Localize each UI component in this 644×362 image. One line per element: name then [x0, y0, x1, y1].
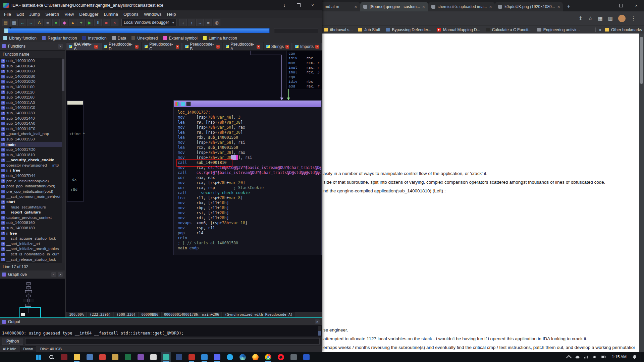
taskbar-ida[interactable]	[161, 352, 171, 362]
taskbar-photos[interactable]	[110, 352, 120, 362]
taskbar-edge[interactable]	[237, 352, 248, 362]
show-desktop-button[interactable]	[641, 352, 643, 362]
function-row[interactable]: fsub_1400017D0	[0, 147, 65, 153]
function-row[interactable]: f_guard_check_icall_nop	[0, 131, 65, 137]
close-button[interactable]: ×	[307, 1, 318, 10]
restore-button[interactable]	[613, 0, 629, 11]
minimize-button[interactable]: –	[598, 0, 613, 11]
function-row[interactable]: f__scrt_release_startup_lock	[0, 257, 65, 262]
browser-scrollbar[interactable]	[639, 34, 644, 352]
snapshot-icon[interactable]: ◎	[213, 19, 220, 26]
menu-lumina[interactable]: Lumina	[101, 12, 121, 17]
bookmark-item[interactable]: ithdrawal s...	[324, 27, 353, 32]
close-tab-icon[interactable]: ×	[422, 4, 425, 9]
taskbar-telegram[interactable]	[225, 352, 235, 362]
menu-dots-icon[interactable]: ⋮	[631, 15, 636, 21]
function-row[interactable]: f__scrt_initialize_onexit_tables	[0, 246, 65, 252]
function-row[interactable]: fsub_140001040	[0, 64, 65, 69]
block-title-bar[interactable]	[174, 101, 321, 107]
function-row[interactable]: f__scrt_acquire_startup_lock	[0, 236, 65, 241]
function-row[interactable]: fj_j_free	[0, 168, 65, 173]
navigation-band[interactable]	[0, 27, 322, 34]
menu-help[interactable]: Help	[164, 12, 179, 17]
basic-block-main[interactable]: loc_140001757:mov [rsp+78h+var_48], 3lea…	[173, 100, 322, 255]
functions-scrollbar[interactable]	[62, 58, 65, 263]
run-icon[interactable]: ▶	[86, 19, 93, 26]
profile-avatar[interactable]	[618, 15, 626, 22]
view-tab-pseudocode-b[interactable]: Pseudocode-B×	[182, 43, 222, 50]
browser-tab[interactable]: [Source] qengine - custom...×	[360, 2, 428, 11]
taskbar-search[interactable]	[46, 352, 56, 362]
bookmark-item[interactable]: Manual Mapping D...	[437, 27, 480, 32]
function-row[interactable]: fsub_140001550	[0, 137, 65, 142]
step-out-icon[interactable]: ↑	[188, 19, 195, 26]
menu-jump[interactable]: Jump	[26, 12, 43, 17]
function-row[interactable]: fsub_140001000	[0, 58, 65, 64]
browser-tab[interactable]: md at m×	[322, 2, 360, 11]
function-row[interactable]: fmain	[0, 142, 65, 147]
function-row[interactable]: fpost_pgo_initialization(void)	[0, 184, 65, 189]
menu-search[interactable]: Search	[43, 12, 62, 17]
tray-network-icon[interactable]	[584, 354, 589, 360]
add-icon[interactable]: +	[77, 19, 85, 26]
function-row[interactable]: fsub_140008180	[0, 226, 65, 231]
functions-column-header[interactable]: Function name	[0, 51, 65, 58]
function-row[interactable]: fsub_140001120	[0, 90, 65, 95]
close-tab-icon[interactable]: ×	[557, 4, 560, 9]
run-to-cursor-icon[interactable]: →	[196, 19, 204, 26]
tray-battery-icon[interactable]	[601, 354, 606, 360]
structs-icon[interactable]: ▲	[69, 19, 76, 26]
taskbar-file-explorer[interactable]	[72, 352, 82, 362]
navband-address-bar[interactable]	[4, 28, 270, 33]
taskbar-app-azure[interactable]	[301, 352, 311, 362]
bookmark-item[interactable]: Bypassing Defender...	[386, 27, 431, 32]
output-console[interactable]: 140008080: using guessed type __int64 __…	[0, 325, 322, 337]
view-tab-ida-view-a[interactable]: IDA View-A×	[66, 43, 101, 50]
close-panel-button[interactable]: ×	[58, 272, 63, 277]
close-tab-icon[interactable]: ×	[285, 45, 289, 49]
function-row[interactable]: fsub_1400011C0	[0, 105, 65, 111]
menu-view[interactable]: View	[62, 12, 76, 17]
function-row[interactable]: fsub_1400011A0	[0, 100, 65, 106]
bookmarks-overflow-chevron[interactable]: »	[599, 27, 601, 32]
block-group-icon[interactable]	[181, 102, 185, 106]
browser-scrollbar-thumb[interactable]	[640, 37, 643, 84]
functions-panel-header[interactable]: Functions ×	[0, 42, 65, 51]
python-cli-button[interactable]: Python	[2, 338, 23, 345]
function-row[interactable]: fsub_1400014E0	[0, 126, 65, 132]
extensions-icon[interactable]: ▦	[598, 15, 603, 21]
tray-cloud-icon[interactable]	[575, 354, 580, 360]
close-panel-button[interactable]: ×	[58, 44, 63, 49]
view-tab-pseudocode-c[interactable]: Pseudocode-C×	[142, 43, 182, 50]
function-row[interactable]: fpre_cpp_initialization(void)	[0, 189, 65, 194]
taskbar-vscode[interactable]	[199, 352, 209, 362]
function-row[interactable]: fcapture_previous_context	[0, 215, 65, 221]
close-tab-icon[interactable]: ×	[94, 45, 98, 49]
taskbar-opera[interactable]	[276, 352, 286, 362]
save-icon[interactable]: ▦	[10, 19, 18, 26]
taskbar-app-navy[interactable]	[174, 352, 184, 362]
dock-panel-button[interactable]: ▫	[51, 272, 56, 277]
function-row[interactable]: fsub_140001060	[0, 69, 65, 74]
menu-windows[interactable]: Windows	[141, 12, 164, 17]
menu-options[interactable]: Options	[121, 12, 141, 17]
function-row[interactable]: fpre_c_initialization(void)	[0, 179, 65, 184]
taskbar-start[interactable]	[34, 352, 44, 362]
pause-icon[interactable]: ‖	[94, 19, 102, 26]
new-tab-button[interactable]: +	[565, 2, 573, 10]
function-row[interactable]: f__security_check_cookie	[0, 158, 65, 163]
restore-button[interactable]	[293, 1, 304, 10]
output-scrollbar[interactable]	[318, 326, 321, 336]
forward-icon[interactable]: →	[27, 19, 35, 26]
taskbar-clock[interactable]: 1:15 AM	[610, 355, 629, 359]
block-collapse-icon[interactable]	[186, 102, 191, 106]
overview-viewport[interactable]	[19, 307, 41, 318]
stop-icon[interactable]: ■	[103, 19, 110, 26]
search-text-icon[interactable]: A	[36, 19, 43, 26]
close-tab-icon[interactable]: ×	[489, 4, 492, 9]
graph-overview-header[interactable]: Graph ove ▫ ×	[0, 270, 65, 279]
function-row[interactable]: fsub_140001160	[0, 95, 65, 100]
ida-title-bar[interactable]: IDA - lasttest.exe C:\Users\laneg\Docume…	[0, 0, 322, 10]
bookmark-icon[interactable]: ◆	[61, 19, 68, 26]
taskbar-firefox[interactable]	[250, 352, 260, 362]
